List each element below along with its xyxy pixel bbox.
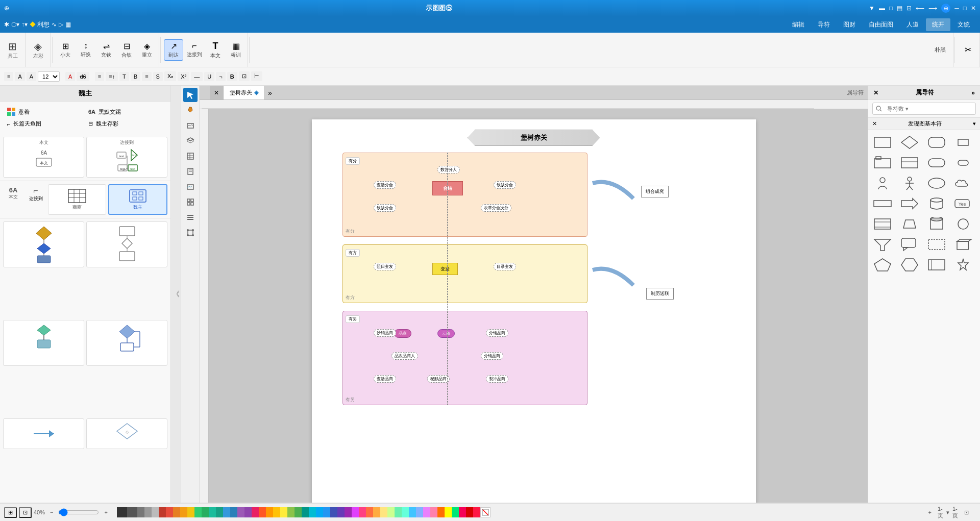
subscript-btn[interactable]: B xyxy=(131,72,140,81)
tool-up[interactable]: ↑▾ xyxy=(21,21,28,28)
c25[interactable] xyxy=(309,507,316,517)
combine-btn[interactable]: ⊟ 合钦 xyxy=(117,40,136,60)
node-sand-prod[interactable]: 沙销品商 xyxy=(374,329,396,337)
preview-teal-flow[interactable] xyxy=(3,320,84,366)
c15[interactable] xyxy=(237,507,244,517)
expand-tabs-btn[interactable]: » xyxy=(265,86,275,100)
tool-arrow[interactable]: ▷ xyxy=(59,21,63,28)
lt-arrange-btn[interactable] xyxy=(183,210,198,225)
font-size-small-btn[interactable]: A xyxy=(27,72,36,81)
shape-person-outline[interactable] xyxy=(871,174,894,192)
node-daily-change[interactable]: 照日变发 xyxy=(374,263,396,270)
c8[interactable] xyxy=(187,507,194,517)
shape-search-input[interactable] xyxy=(884,104,972,113)
tool-table[interactable]: ▦ xyxy=(65,21,71,28)
shape-cloud[interactable] xyxy=(952,174,974,192)
c9[interactable] xyxy=(194,507,202,517)
node-cloud[interactable]: 云商 xyxy=(437,329,455,338)
align-left-btn[interactable]: ≡ xyxy=(4,72,13,81)
superscript2-btn[interactable]: X² xyxy=(178,72,189,81)
shape-oval[interactable] xyxy=(952,215,974,233)
right-expand-btn[interactable]: » xyxy=(971,89,975,96)
collapse-panel-btn[interactable]: 《 xyxy=(171,86,181,503)
c5[interactable] xyxy=(166,507,173,517)
lt-paint-btn[interactable] xyxy=(183,103,198,117)
section-expand-btn[interactable]: ▾ xyxy=(973,120,976,127)
node-change[interactable]: 变发 xyxy=(432,263,458,275)
c21[interactable] xyxy=(280,507,287,517)
lt-landscape-btn[interactable] xyxy=(183,180,198,194)
c3[interactable] xyxy=(152,507,159,517)
section-close-btn[interactable]: ✕ xyxy=(872,120,877,127)
node-target-change[interactable]: 目录变发 xyxy=(494,263,516,270)
text-btn[interactable]: T 本文 xyxy=(206,39,225,61)
tool-diamond[interactable]: ◆ 利想 xyxy=(30,20,50,29)
menu-text[interactable]: 文统 xyxy=(951,18,976,31)
lt-resize-btn[interactable] xyxy=(183,226,198,240)
c47[interactable] xyxy=(466,507,473,517)
connector-btn[interactable]: ⌐ 达接到 xyxy=(184,40,205,60)
close-tab-btn[interactable]: ✕ xyxy=(210,86,224,100)
indent-btn[interactable]: ¬ xyxy=(216,72,225,81)
quick-tools-left[interactable]: ✱ ⬡▾ ↑▾ ◆ 利想 ∿ ▷ ▦ xyxy=(4,20,71,29)
lt-grid-btn[interactable] xyxy=(183,195,198,209)
menu-guide[interactable]: 导符 xyxy=(812,18,836,31)
shape-cylinder[interactable] xyxy=(925,194,948,213)
c39[interactable] xyxy=(409,507,416,517)
color-dark[interactable] xyxy=(127,507,137,517)
shape-main-selected[interactable]: 魏主 xyxy=(108,184,167,215)
preview-diamond-flow[interactable] xyxy=(3,221,84,267)
c1[interactable] xyxy=(137,507,144,517)
font-size-select[interactable]: 12141618 xyxy=(38,71,60,82)
minimize-btn[interactable]: ─ xyxy=(954,5,959,12)
c42[interactable] xyxy=(430,507,437,517)
c46[interactable] xyxy=(459,507,466,517)
node-youfen[interactable]: 有分 xyxy=(346,157,360,165)
c22[interactable] xyxy=(287,507,295,517)
shape-ellipse[interactable] xyxy=(925,174,948,192)
c30[interactable] xyxy=(345,507,352,517)
list2-btn[interactable]: ≡↑ xyxy=(106,72,118,81)
c6[interactable] xyxy=(173,507,180,517)
c11[interactable] xyxy=(209,507,216,517)
c19[interactable] xyxy=(266,507,273,517)
node-crack-prod[interactable]: 裂冲品商 xyxy=(486,375,508,383)
node-product[interactable]: 品商 xyxy=(394,329,411,338)
preview-rect-flow[interactable] xyxy=(86,221,167,267)
preview-blue-diamond[interactable] xyxy=(86,320,167,366)
c20[interactable] xyxy=(273,507,280,517)
fullscreen-btn[interactable]: ⊡ xyxy=(961,508,972,517)
menu-view[interactable]: 自由面图 xyxy=(863,18,899,31)
scissors-btn[interactable]: ✂ xyxy=(958,43,977,57)
icon-tile[interactable]: ▬ xyxy=(879,5,885,12)
tool-wave[interactable]: ∿ xyxy=(52,21,57,28)
text-size-btn[interactable]: T xyxy=(119,72,129,81)
shape-trapezoid[interactable] xyxy=(898,215,921,233)
color-palette[interactable] xyxy=(117,507,923,517)
shape-table[interactable]: 商商 xyxy=(48,184,106,215)
icon-undo[interactable]: ⟵ xyxy=(916,5,924,12)
shape-rectangle[interactable] xyxy=(871,133,894,152)
font-color-btn[interactable]: A xyxy=(65,72,75,81)
icon-redo[interactable]: ⟶ xyxy=(928,5,937,12)
node-check-part[interactable]: 查活分合 xyxy=(374,181,396,189)
shape-arrow-right[interactable] xyxy=(898,194,921,213)
shape-speech[interactable] xyxy=(898,235,921,254)
node-secret-prod[interactable]: 秘默品商 xyxy=(427,375,450,383)
node-result-part[interactable]: 钦缺分合 xyxy=(494,181,516,189)
icon-window[interactable]: □ xyxy=(889,5,893,12)
preview-text[interactable]: 本文 6A 本文 xyxy=(3,137,84,178)
c29[interactable] xyxy=(337,507,345,517)
shape-rect4[interactable] xyxy=(925,256,948,274)
c40[interactable] xyxy=(416,507,423,517)
lt-image-btn[interactable] xyxy=(183,118,198,133)
c14[interactable] xyxy=(230,507,237,517)
canvas-wrapper[interactable]: 堡树赤关 有分 有分 合结 数营分人 查活分合 钦缺分合 钦缺分合 农草分合次分 xyxy=(200,109,868,503)
node-detail1[interactable]: 钦缺分合 xyxy=(374,204,396,212)
icon-grid[interactable]: ▤ xyxy=(897,5,902,12)
c48[interactable] xyxy=(473,507,480,517)
shape-stadium[interactable] xyxy=(925,154,948,172)
shape-wide-rect[interactable] xyxy=(871,194,894,213)
cat-flowchart[interactable]: ⌐ 长篇天鱼图 xyxy=(4,118,85,130)
add-page-btn[interactable]: + xyxy=(925,508,935,516)
